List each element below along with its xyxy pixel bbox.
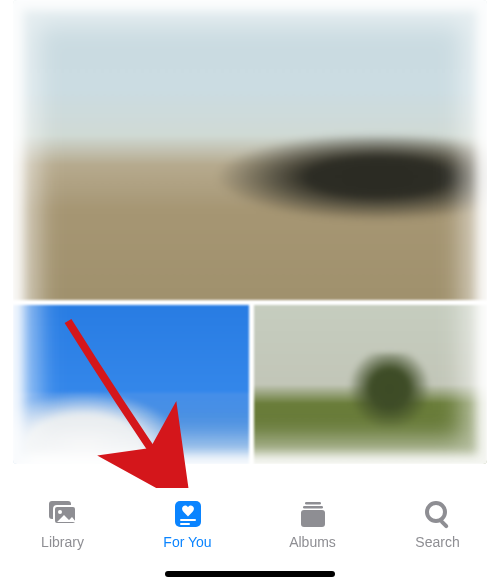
tab-library[interactable]: Library (8, 498, 118, 550)
svg-rect-10 (439, 519, 449, 529)
svg-rect-4 (180, 519, 196, 521)
library-icon (45, 498, 81, 530)
svg-point-2 (58, 510, 62, 514)
tab-search[interactable]: Search (383, 498, 493, 550)
search-icon (420, 498, 456, 530)
photos-app-screen: Library For You Albums Sea (0, 0, 500, 584)
tab-albums[interactable]: Albums (258, 498, 368, 550)
svg-point-9 (427, 503, 445, 521)
svg-rect-5 (180, 523, 190, 525)
tab-albums-label: Albums (289, 534, 336, 550)
svg-rect-7 (303, 506, 323, 509)
svg-rect-6 (305, 502, 321, 505)
memory-thumbnail-2[interactable] (254, 305, 487, 464)
tab-for-you-label: For You (163, 534, 211, 550)
featured-memory-photo[interactable] (13, 0, 487, 300)
for-you-icon (170, 498, 206, 530)
memory-thumbnail-1[interactable] (13, 305, 249, 464)
photo-grid (13, 0, 487, 464)
svg-rect-8 (301, 510, 325, 527)
tab-for-you[interactable]: For You (133, 498, 243, 550)
tab-search-label: Search (415, 534, 459, 550)
home-indicator[interactable] (165, 571, 335, 577)
albums-icon (295, 498, 331, 530)
tab-library-label: Library (41, 534, 84, 550)
bottom-tab-bar: Library For You Albums Sea (0, 488, 500, 584)
